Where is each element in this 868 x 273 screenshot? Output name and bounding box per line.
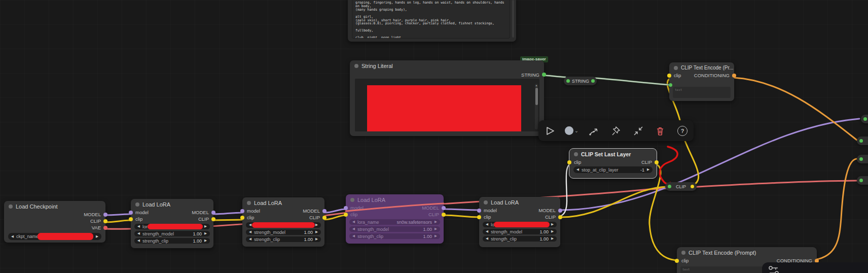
model-input-slot[interactable] bbox=[240, 209, 244, 213]
reroute-input-slot[interactable] bbox=[859, 139, 863, 143]
node-load-checkpoint[interactable]: Load Checkpoint MODEL CLIP VAE ◀ ckpt_na… bbox=[4, 201, 105, 243]
clip-output-slot[interactable] bbox=[322, 216, 327, 220]
next-arrow-icon[interactable]: ▶ bbox=[204, 225, 207, 228]
increment-arrow-icon[interactable]: ▶ bbox=[204, 232, 207, 235]
decrement-arrow-icon[interactable]: ◀ bbox=[486, 237, 488, 241]
strength-clip-widget[interactable]: ◀ strength_clip 1.00 ▶ bbox=[349, 233, 440, 239]
model-output-slot[interactable] bbox=[211, 211, 215, 215]
decrement-arrow-icon[interactable]: ◀ bbox=[137, 239, 140, 243]
next-arrow-icon[interactable]: ▶ bbox=[96, 235, 98, 238]
increment-arrow-icon[interactable]: ▶ bbox=[435, 234, 437, 238]
strength-clip-widget[interactable]: ◀ strength_clip 1.00 ▶ bbox=[246, 236, 321, 242]
node-string-literal[interactable]: String Literal STRING ▲ bbox=[350, 60, 544, 136]
reroute-output-slot[interactable] bbox=[691, 185, 694, 188]
decrement-arrow-icon[interactable]: ◀ bbox=[352, 234, 355, 238]
ckpt-name-widget[interactable]: ◀ ckpt_name ▶ bbox=[8, 233, 101, 240]
reroute-input-slot[interactable] bbox=[863, 117, 867, 121]
model-output-slot[interactable] bbox=[442, 206, 446, 210]
string-textarea[interactable]: ▲ bbox=[355, 79, 539, 131]
prev-arrow-icon[interactable]: ◀ bbox=[486, 223, 488, 226]
strength-model-widget[interactable]: ◀ strength_model 1.00 ▶ bbox=[246, 229, 321, 235]
node-load-lora-1[interactable]: Load LoRA model MODEL clip CLIP ◀ lora_n… bbox=[131, 199, 213, 248]
node-prompt-text[interactable]: groping, fingering, hands on leg, hands … bbox=[348, 0, 516, 42]
clip-output-slot[interactable] bbox=[442, 213, 446, 217]
scrollbar-thumb[interactable] bbox=[535, 88, 538, 105]
clip-input-slot[interactable] bbox=[477, 215, 481, 219]
lora-name-widget[interactable]: ◀ lora_name ▶ bbox=[483, 222, 557, 227]
reroute-string[interactable]: STRING bbox=[564, 77, 597, 85]
node-clip-set-last-layer[interactable]: CLIP Set Last Layer clip CLIP ◀ stop_at_… bbox=[569, 148, 657, 179]
clip-input-slot[interactable] bbox=[567, 160, 571, 164]
scroll-up-icon[interactable]: ▲ bbox=[535, 84, 538, 87]
string-output-slot[interactable] bbox=[542, 73, 546, 77]
bypass-link-button[interactable] bbox=[585, 122, 602, 140]
clip-input-slot[interactable] bbox=[240, 216, 244, 220]
vae-output-slot[interactable] bbox=[103, 226, 107, 230]
strength-model-widget[interactable]: ◀ strength_model 1.00 ▶ bbox=[483, 229, 557, 234]
clip-input-slot[interactable] bbox=[667, 74, 671, 78]
next-arrow-icon[interactable]: ▶ bbox=[435, 220, 437, 224]
prev-arrow-icon[interactable]: ◀ bbox=[11, 235, 14, 238]
help-button[interactable]: ? bbox=[674, 122, 691, 140]
increment-arrow-icon[interactable]: ▶ bbox=[647, 168, 649, 172]
strength-model-widget[interactable]: ◀ strength_model 1.00 ▶ bbox=[134, 231, 210, 236]
conditioning-output-slot[interactable] bbox=[732, 74, 736, 78]
bottom-right-panel[interactable] bbox=[762, 262, 868, 273]
decrement-arrow-icon[interactable]: ◀ bbox=[249, 237, 251, 241]
clip-input-slot[interactable] bbox=[129, 217, 133, 221]
increment-arrow-icon[interactable]: ▶ bbox=[435, 227, 437, 231]
model-output-slot[interactable] bbox=[103, 213, 107, 217]
text-input-slot[interactable] bbox=[669, 83, 672, 87]
prev-arrow-icon[interactable]: ◀ bbox=[137, 225, 140, 228]
prev-arrow-icon[interactable]: ◀ bbox=[249, 223, 251, 227]
decrement-arrow-icon[interactable]: ◀ bbox=[576, 168, 579, 172]
reroute-right-3[interactable] bbox=[857, 155, 868, 163]
node-load-lora-2[interactable]: Load LoRA model MODEL clip CLIP ◀ lora_n… bbox=[242, 197, 324, 247]
stop-at-clip-layer-widget[interactable]: ◀ stop_at_clip_layer -1 ▶ bbox=[573, 166, 653, 173]
prompt-scrollbar[interactable] bbox=[512, 0, 514, 38]
reroute-right-2[interactable] bbox=[857, 136, 868, 145]
prompt-textarea[interactable]: groping, fingering, hands on leg, hands … bbox=[352, 0, 510, 39]
strength-clip-widget[interactable]: ◀ strength_clip 1.00 ▶ bbox=[483, 236, 557, 242]
increment-arrow-icon[interactable]: ▶ bbox=[204, 239, 207, 243]
clip-output-slot[interactable] bbox=[211, 217, 215, 221]
decrement-arrow-icon[interactable]: ◀ bbox=[352, 227, 355, 231]
increment-arrow-icon[interactable]: ▶ bbox=[315, 237, 318, 241]
decrement-arrow-icon[interactable]: ◀ bbox=[486, 230, 488, 233]
clip-output-slot[interactable] bbox=[655, 160, 659, 164]
clip-input-slot[interactable] bbox=[675, 259, 679, 263]
text-area[interactable]: text bbox=[673, 87, 731, 98]
reroute-input-slot[interactable] bbox=[668, 185, 671, 188]
reroute-right-4[interactable] bbox=[857, 176, 868, 185]
reroute-right-1[interactable] bbox=[861, 115, 868, 123]
prev-arrow-icon[interactable]: ◀ bbox=[352, 220, 355, 224]
lora-name-widget[interactable]: ◀ lora_name sn0w.safetensors ▶ bbox=[349, 219, 440, 225]
decrement-arrow-icon[interactable]: ◀ bbox=[249, 230, 251, 234]
increment-arrow-icon[interactable]: ▶ bbox=[315, 230, 318, 234]
lora-name-widget[interactable]: ◀ lora_name ▶ bbox=[134, 224, 210, 229]
string-scrollbar[interactable]: ▲ bbox=[535, 84, 538, 129]
collapse-button[interactable] bbox=[630, 122, 647, 140]
model-input-slot[interactable] bbox=[344, 206, 348, 210]
next-arrow-icon[interactable]: ▶ bbox=[315, 223, 318, 227]
delete-button[interactable] bbox=[652, 122, 669, 140]
reroute-clip[interactable]: CLIP bbox=[665, 182, 697, 191]
strength-clip-widget[interactable]: ◀ strength_clip 1.00 ▶ bbox=[134, 238, 210, 244]
run-button[interactable] bbox=[541, 122, 558, 140]
node-graph-canvas[interactable]: groping, fingering, hands on leg, hands … bbox=[0, 0, 868, 273]
lora-name-widget[interactable]: ◀ lora_name ▶ bbox=[246, 222, 321, 228]
reroute-output-slot[interactable] bbox=[591, 79, 595, 83]
reroute-input-slot[interactable] bbox=[859, 179, 863, 182]
node-load-lora-3-bypassed[interactable]: Load LoRA model MODEL clip CLIP ◀ lora_n… bbox=[346, 194, 444, 244]
clip-output-slot[interactable] bbox=[103, 219, 107, 223]
pin-button[interactable] bbox=[607, 122, 625, 140]
decrement-arrow-icon[interactable]: ◀ bbox=[137, 232, 140, 235]
model-output-slot[interactable] bbox=[322, 209, 327, 213]
reroute-input-slot[interactable] bbox=[859, 157, 863, 161]
node-clip-text-encode-top[interactable]: CLIP Text Encode (Pr... clip CONDITIONIN… bbox=[669, 62, 734, 101]
node-color-button[interactable]: ⌄ bbox=[563, 122, 581, 140]
reroute-input-slot[interactable] bbox=[566, 79, 570, 83]
increment-arrow-icon[interactable]: ▶ bbox=[551, 230, 554, 233]
node-load-lora-4[interactable]: Load LoRA model MODEL clip CLIP ◀ lora_n… bbox=[479, 197, 560, 247]
next-arrow-icon[interactable]: ▶ bbox=[551, 223, 554, 226]
